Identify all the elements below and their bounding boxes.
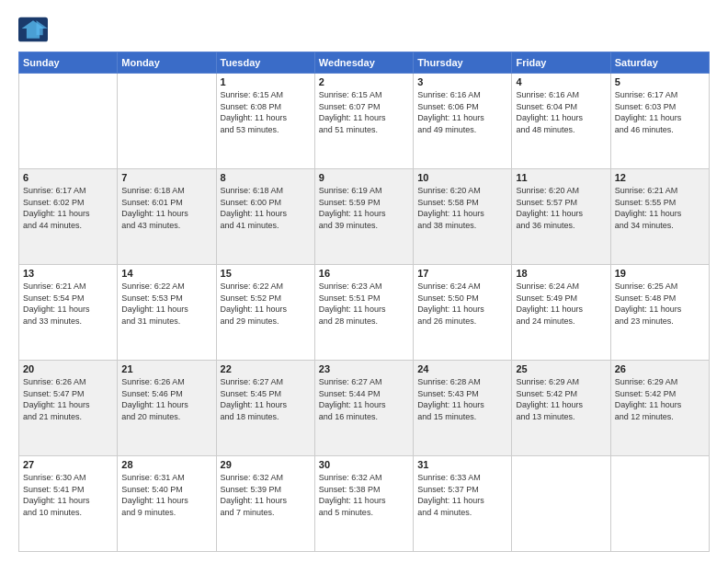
- calendar-cell: 12Sunrise: 6:21 AM Sunset: 5:55 PM Dayli…: [610, 169, 709, 265]
- page: SundayMondayTuesdayWednesdayThursdayFrid…: [0, 0, 728, 563]
- calendar-cell: 16Sunrise: 6:23 AM Sunset: 5:51 PM Dayli…: [314, 265, 413, 361]
- day-info: Sunrise: 6:18 AM Sunset: 6:01 PM Dayligh…: [121, 185, 211, 231]
- day-number: 10: [417, 172, 507, 183]
- day-number: 23: [319, 363, 409, 374]
- day-number: 20: [23, 363, 113, 374]
- day-number: 26: [615, 363, 705, 374]
- day-info: Sunrise: 6:26 AM Sunset: 5:47 PM Dayligh…: [23, 376, 113, 422]
- day-info: Sunrise: 6:22 AM Sunset: 5:52 PM Dayligh…: [221, 281, 311, 327]
- day-info: Sunrise: 6:17 AM Sunset: 6:02 PM Dayligh…: [23, 185, 113, 231]
- day-info: Sunrise: 6:26 AM Sunset: 5:46 PM Dayligh…: [121, 376, 211, 422]
- day-info: Sunrise: 6:20 AM Sunset: 5:57 PM Dayligh…: [516, 185, 606, 231]
- logo: [18, 17, 51, 42]
- calendar-cell: [118, 74, 216, 169]
- calendar-cell: 28Sunrise: 6:31 AM Sunset: 5:40 PM Dayli…: [118, 456, 216, 552]
- day-info: Sunrise: 6:27 AM Sunset: 5:45 PM Dayligh…: [221, 376, 311, 422]
- header: [18, 17, 710, 42]
- day-info: Sunrise: 6:21 AM Sunset: 5:54 PM Dayligh…: [23, 281, 113, 327]
- day-number: 5: [615, 76, 705, 87]
- calendar-cell: 21Sunrise: 6:26 AM Sunset: 5:46 PM Dayli…: [118, 361, 216, 456]
- day-number: 27: [23, 459, 113, 470]
- day-info: Sunrise: 6:16 AM Sunset: 6:06 PM Dayligh…: [417, 89, 507, 135]
- calendar-cell: 20Sunrise: 6:26 AM Sunset: 5:47 PM Dayli…: [19, 361, 118, 456]
- day-number: 11: [516, 172, 606, 183]
- day-info: Sunrise: 6:16 AM Sunset: 6:04 PM Dayligh…: [516, 89, 606, 135]
- day-info: Sunrise: 6:24 AM Sunset: 5:50 PM Dayligh…: [417, 281, 507, 327]
- day-info: Sunrise: 6:15 AM Sunset: 6:08 PM Dayligh…: [221, 89, 311, 135]
- day-number: 13: [23, 268, 113, 279]
- day-info: Sunrise: 6:17 AM Sunset: 6:03 PM Dayligh…: [615, 89, 705, 135]
- day-info: Sunrise: 6:24 AM Sunset: 5:49 PM Dayligh…: [516, 281, 606, 327]
- calendar-table: SundayMondayTuesdayWednesdayThursdayFrid…: [18, 52, 710, 552]
- weekday-header-sunday: Sunday: [19, 52, 118, 74]
- calendar-cell: 1Sunrise: 6:15 AM Sunset: 6:08 PM Daylig…: [216, 74, 314, 169]
- calendar-cell: [610, 456, 709, 552]
- day-info: Sunrise: 6:25 AM Sunset: 5:48 PM Dayligh…: [615, 281, 705, 327]
- day-info: Sunrise: 6:33 AM Sunset: 5:37 PM Dayligh…: [417, 472, 507, 518]
- day-info: Sunrise: 6:21 AM Sunset: 5:55 PM Dayligh…: [615, 185, 705, 231]
- day-info: Sunrise: 6:32 AM Sunset: 5:38 PM Dayligh…: [319, 472, 409, 518]
- weekday-header-thursday: Thursday: [414, 52, 512, 74]
- day-number: 4: [516, 76, 606, 87]
- day-number: 7: [121, 172, 211, 183]
- logo-icon: [18, 17, 48, 42]
- calendar-cell: 24Sunrise: 6:28 AM Sunset: 5:43 PM Dayli…: [414, 361, 512, 456]
- calendar-cell: [19, 74, 118, 169]
- calendar-cell: 2Sunrise: 6:15 AM Sunset: 6:07 PM Daylig…: [314, 74, 413, 169]
- day-number: 8: [221, 172, 311, 183]
- calendar-cell: 3Sunrise: 6:16 AM Sunset: 6:06 PM Daylig…: [414, 74, 512, 169]
- day-number: 15: [221, 268, 311, 279]
- day-number: 3: [417, 76, 507, 87]
- calendar-cell: 30Sunrise: 6:32 AM Sunset: 5:38 PM Dayli…: [314, 456, 413, 552]
- calendar-cell: 17Sunrise: 6:24 AM Sunset: 5:50 PM Dayli…: [414, 265, 512, 361]
- day-number: 29: [221, 459, 311, 470]
- calendar-cell: 7Sunrise: 6:18 AM Sunset: 6:01 PM Daylig…: [118, 169, 216, 265]
- day-number: 1: [221, 76, 311, 87]
- weekday-header-monday: Monday: [118, 52, 216, 74]
- calendar-row-3: 20Sunrise: 6:26 AM Sunset: 5:47 PM Dayli…: [19, 361, 710, 456]
- day-info: Sunrise: 6:29 AM Sunset: 5:42 PM Dayligh…: [615, 376, 705, 422]
- day-info: Sunrise: 6:29 AM Sunset: 5:42 PM Dayligh…: [516, 376, 606, 422]
- day-info: Sunrise: 6:20 AM Sunset: 5:58 PM Dayligh…: [417, 185, 507, 231]
- day-info: Sunrise: 6:19 AM Sunset: 5:59 PM Dayligh…: [319, 185, 409, 231]
- calendar-cell: 26Sunrise: 6:29 AM Sunset: 5:42 PM Dayli…: [610, 361, 709, 456]
- day-number: 30: [319, 459, 409, 470]
- day-number: 17: [417, 268, 507, 279]
- day-number: 12: [615, 172, 705, 183]
- calendar-row-1: 6Sunrise: 6:17 AM Sunset: 6:02 PM Daylig…: [19, 169, 710, 265]
- weekday-header-wednesday: Wednesday: [314, 52, 413, 74]
- calendar-cell: 22Sunrise: 6:27 AM Sunset: 5:45 PM Dayli…: [216, 361, 314, 456]
- calendar-cell: 27Sunrise: 6:30 AM Sunset: 5:41 PM Dayli…: [19, 456, 118, 552]
- calendar-row-0: 1Sunrise: 6:15 AM Sunset: 6:08 PM Daylig…: [19, 74, 710, 169]
- day-number: 21: [121, 363, 211, 374]
- day-number: 16: [319, 268, 409, 279]
- calendar-cell: 8Sunrise: 6:18 AM Sunset: 6:00 PM Daylig…: [216, 169, 314, 265]
- calendar-cell: 19Sunrise: 6:25 AM Sunset: 5:48 PM Dayli…: [610, 265, 709, 361]
- calendar-cell: 25Sunrise: 6:29 AM Sunset: 5:42 PM Dayli…: [512, 361, 610, 456]
- day-number: 24: [417, 363, 507, 374]
- day-number: 18: [516, 268, 606, 279]
- day-info: Sunrise: 6:18 AM Sunset: 6:00 PM Dayligh…: [221, 185, 311, 231]
- day-number: 25: [516, 363, 606, 374]
- calendar-cell: 13Sunrise: 6:21 AM Sunset: 5:54 PM Dayli…: [19, 265, 118, 361]
- calendar-cell: 15Sunrise: 6:22 AM Sunset: 5:52 PM Dayli…: [216, 265, 314, 361]
- day-info: Sunrise: 6:22 AM Sunset: 5:53 PM Dayligh…: [121, 281, 211, 327]
- day-info: Sunrise: 6:31 AM Sunset: 5:40 PM Dayligh…: [121, 472, 211, 518]
- calendar-cell: 10Sunrise: 6:20 AM Sunset: 5:58 PM Dayli…: [414, 169, 512, 265]
- weekday-header-friday: Friday: [512, 52, 610, 74]
- calendar-row-4: 27Sunrise: 6:30 AM Sunset: 5:41 PM Dayli…: [19, 456, 710, 552]
- day-number: 28: [121, 459, 211, 470]
- day-number: 14: [121, 268, 211, 279]
- day-info: Sunrise: 6:15 AM Sunset: 6:07 PM Dayligh…: [319, 89, 409, 135]
- weekday-header-row: SundayMondayTuesdayWednesdayThursdayFrid…: [19, 52, 710, 74]
- day-number: 9: [319, 172, 409, 183]
- day-number: 6: [23, 172, 113, 183]
- calendar-cell: 4Sunrise: 6:16 AM Sunset: 6:04 PM Daylig…: [512, 74, 610, 169]
- day-number: 31: [417, 459, 507, 470]
- day-info: Sunrise: 6:27 AM Sunset: 5:44 PM Dayligh…: [319, 376, 409, 422]
- calendar-cell: 6Sunrise: 6:17 AM Sunset: 6:02 PM Daylig…: [19, 169, 118, 265]
- weekday-header-tuesday: Tuesday: [216, 52, 314, 74]
- day-number: 2: [319, 76, 409, 87]
- calendar-cell: [512, 456, 610, 552]
- day-number: 22: [221, 363, 311, 374]
